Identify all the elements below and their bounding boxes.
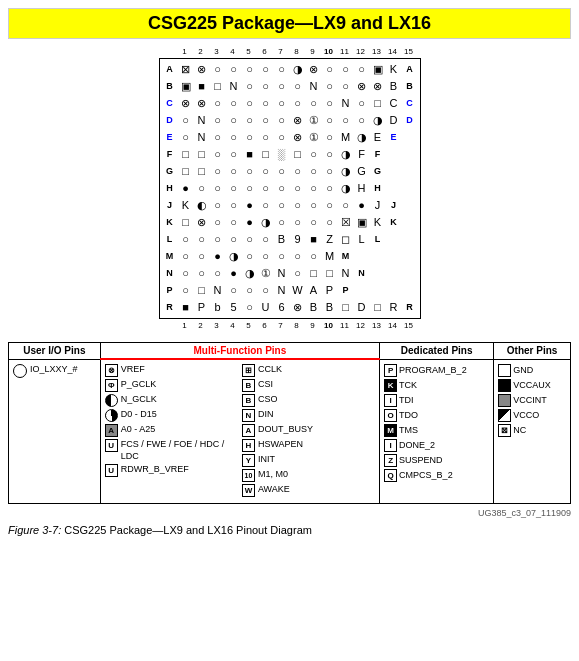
gnd-icon	[498, 364, 511, 377]
dedicated-cell: P PROGRAM_B_2 K TCK I TDI O TDO M TMS	[380, 359, 494, 504]
pin-row-A: A ⊠ ⊗ ○ ○ ○ ○ ○ ◑ ⊗ ○ ○ ○ ▣ K A	[162, 61, 418, 77]
tms-label: TMS	[399, 425, 418, 435]
nc-icon: ⊠	[498, 424, 511, 437]
cso-icon: B	[242, 394, 255, 407]
csi-icon: B	[242, 379, 255, 392]
awake-icon: W	[242, 484, 255, 497]
io-circle-icon	[13, 364, 27, 378]
cclk-label: CCLK	[258, 364, 282, 376]
col-header-user-io: User I/O Pins	[9, 343, 101, 360]
pin-row-N: N ○ ○ ○ ● ◑ ① N ○ □ □ N N	[162, 265, 418, 281]
suspend-label: SUSPEND	[399, 455, 443, 465]
rdwr-label: RDWR_B_VREF	[121, 464, 189, 476]
user-io-cell: IO_LXXY_#	[9, 359, 101, 504]
pin-row-P: P ○ □ N ○ ○ ○ N W A P P	[162, 282, 418, 298]
init-icon: Y	[242, 454, 255, 467]
mfp-col2: ⊞ CCLK B CSI B CSO N DIN	[242, 364, 375, 499]
col-header-other: Other Pins	[494, 343, 571, 360]
pin-row-J: J K ◐ ○ ○ ● ○ ○ ○ ○ ○ ○ ● J J	[162, 197, 418, 213]
tck-icon: K	[384, 379, 397, 392]
vcco-label: VCCO	[513, 410, 539, 420]
done2-icon: I	[384, 439, 397, 452]
m1m0-icon: 10	[242, 469, 255, 482]
tck-label: TCK	[399, 380, 417, 390]
rdwr-icon: U	[105, 464, 118, 477]
pin-grid: A ⊠ ⊗ ○ ○ ○ ○ ○ ◑ ⊗ ○ ○ ○ ▣ K A B ▣	[159, 58, 421, 319]
pin-row-R: R ■ P b 5 ○ U 6 ⊗ B B □ D □ R R	[162, 299, 418, 315]
ngclk-label: N_GCLK	[121, 394, 157, 406]
din-icon: N	[242, 409, 255, 422]
caption-label: Figure 3-7:	[8, 524, 61, 536]
cmpcs-b2-label: CMPCS_B_2	[399, 470, 453, 480]
cso-label: CSO	[258, 394, 278, 406]
pin-row-B: B ▣ ■ □ N ○ ○ ○ ○ N ○ ○ ⊗ ⊗ B B	[162, 78, 418, 94]
pin-row-H: H ● ○ ○ ○ ○ ○ ○ ○ ○ ○ ◑ H H	[162, 180, 418, 196]
vccint-label: VCCINT	[513, 395, 547, 405]
ug-reference: UG385_c3_07_111909	[8, 508, 571, 518]
cclk-icon: ⊞	[242, 364, 255, 377]
hswapen-label: HSWAPEN	[258, 439, 303, 451]
mfp-cols: ⊗ VREF Φ P_GCLK N_GCLK	[105, 364, 375, 499]
dout-icon: A	[242, 424, 255, 437]
tdo-icon: O	[384, 409, 397, 422]
pgclk-icon: Φ	[105, 379, 118, 392]
nc-label: NC	[513, 425, 526, 435]
pin-table: User I/O Pins Multi-Function Pins Dedica…	[8, 342, 571, 504]
vccaux-icon	[498, 379, 511, 392]
tdi-label: TDI	[399, 395, 414, 405]
hswapen-icon: H	[242, 439, 255, 452]
tms-icon: M	[384, 424, 397, 437]
awake-label: AWAKE	[258, 484, 290, 496]
a0a25-label: A0 - A25	[121, 424, 156, 436]
col-header-dedicated: Dedicated Pins	[380, 343, 494, 360]
suspend-icon: Z	[384, 454, 397, 467]
pin-row-K: K □ ⊗ ○ ○ ● ◑ ○ ○ ○ ○ ☒ ▣ K K	[162, 214, 418, 230]
vref-icon: ⊗	[105, 364, 118, 377]
mfp-col1: ⊗ VREF Φ P_GCLK N_GCLK	[105, 364, 238, 499]
pin-row-E: E ○ N ○ ○ ○ ○ ○ ⊗ ① ○ M ◑ E E	[162, 129, 418, 145]
cmpcs-b2-icon: Q	[384, 469, 397, 482]
program-b2-icon: P	[384, 364, 397, 377]
col-numbers-top: 1 2 3 4 5 6 7 8 9 10 11 12 13 14 15	[177, 47, 421, 56]
mfp-cell: ⊗ VREF Φ P_GCLK N_GCLK	[100, 359, 379, 504]
pin-row-L: L ○ ○ ○ ○ ○ ○ B 9 ■ Z ◻ L L	[162, 231, 418, 247]
pin-row-M: M ○ ○ ● ◑ ○ ○ ○ ○ ○ M M	[162, 248, 418, 264]
user-io-entry: IO_LXXY_#	[13, 364, 96, 378]
col-numbers-bottom: 1 2 3 4 5 6 7 8 9 10 11 12 13 14 15	[177, 321, 421, 330]
page-title: CSG225 Package—LX9 and LX16	[8, 8, 571, 39]
d0d15-label: D0 - D15	[121, 409, 157, 421]
figure-caption: Figure 3-7: CSG225 Package—LX9 and LX16 …	[8, 524, 571, 536]
pin-row-C: C ⊗ ⊗ ○ ○ ○ ○ ○ ○ ○ ○ N ○ □ C C	[162, 95, 418, 111]
ngclk-icon	[105, 394, 118, 407]
pin-row-D: D ○ N ○ ○ ○ ○ ○ ⊗ ① ○ ○ ○ ◑ D D	[162, 112, 418, 128]
gnd-label: GND	[513, 365, 533, 375]
pin-diagram: 1 2 3 4 5 6 7 8 9 10 11 12 13 14 15 A ⊠ …	[8, 47, 571, 332]
col-header-mfp: Multi-Function Pins	[100, 343, 379, 360]
other-cell: GND VCCAUX VCCINT VCCO ⊠ NC	[494, 359, 571, 504]
program-b2-label: PROGRAM_B_2	[399, 365, 467, 375]
tdo-label: TDO	[399, 410, 418, 420]
fcs-icon: U	[105, 439, 118, 452]
din-label: DIN	[258, 409, 274, 421]
m1m0-label: M1, M0	[258, 469, 288, 481]
init-label: INIT	[258, 454, 275, 466]
pgclk-label: P_GCLK	[121, 379, 157, 391]
vccaux-label: VCCAUX	[513, 380, 551, 390]
vccint-icon	[498, 394, 511, 407]
fcs-label: FCS / FWE / FOE / HDC / LDC	[121, 439, 238, 462]
d0d15-icon	[105, 409, 118, 422]
vcco-icon	[498, 409, 511, 422]
pin-row-G: G □ □ ○ ○ ○ ○ ○ ○ ○ ○ ◑ G G	[162, 163, 418, 179]
a0a25-icon: A	[105, 424, 118, 437]
vref-label: VREF	[121, 364, 145, 376]
caption-text: CSG225 Package—LX9 and LX16 Pinout Diagr…	[64, 524, 312, 536]
csi-label: CSI	[258, 379, 273, 391]
dout-label: DOUT_BUSY	[258, 424, 313, 436]
done2-label: DONE_2	[399, 440, 435, 450]
tdi-icon: I	[384, 394, 397, 407]
pin-row-F: F □ □ ○ ○ ■ □ ░ □ ○ ○ ◑ F F	[162, 146, 418, 162]
user-io-label: IO_LXXY_#	[30, 364, 78, 376]
